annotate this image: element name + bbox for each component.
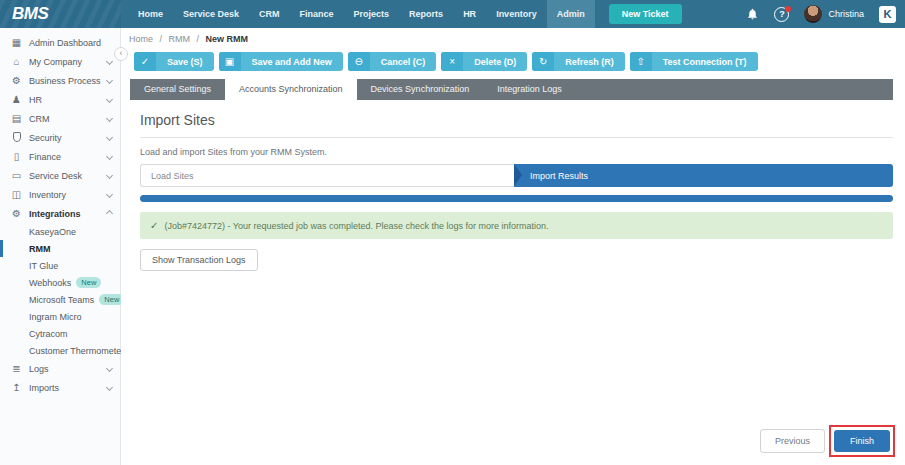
integrations-icon: ⚙ bbox=[10, 208, 23, 219]
sidebar-item-label: Integrations bbox=[29, 209, 81, 219]
sidebar-item-service-desk[interactable]: ▭ Service Desk bbox=[0, 166, 120, 185]
sidebar-item-crm[interactable]: ▤ CRM bbox=[0, 109, 120, 128]
topnav-item-projects[interactable]: Projects bbox=[344, 0, 400, 28]
breadcrumb-home[interactable]: Home bbox=[129, 34, 153, 44]
sidebar-item-imports[interactable]: ↥ Imports bbox=[0, 378, 120, 397]
kaseya-icon[interactable]: K bbox=[879, 6, 896, 23]
annotation-highlight: Finish bbox=[829, 425, 895, 457]
topnav-item-service-desk[interactable]: Service Desk bbox=[173, 0, 249, 28]
topnav-item-finance[interactable]: Finance bbox=[290, 0, 344, 28]
cancel-button[interactable]: ⊖ Cancel (C) bbox=[348, 52, 437, 71]
sidebar-item-integrations[interactable]: ⚙ Integrations bbox=[0, 204, 120, 223]
sidebar-item-inventory[interactable]: ◫ Inventory bbox=[0, 185, 120, 204]
previous-button[interactable]: Previous bbox=[760, 429, 825, 453]
breadcrumb-rmm[interactable]: RMM bbox=[169, 34, 191, 44]
test-connection-icon: ⇧ bbox=[630, 52, 652, 71]
top-navigation: Home Service Desk CRM Finance Projects R… bbox=[128, 0, 682, 28]
sidebar-item-customer-thermometer[interactable]: Customer Thermometer bbox=[0, 342, 120, 359]
sidebar-item-it-glue[interactable]: IT Glue bbox=[0, 257, 120, 274]
delete-button-label: Delete (D) bbox=[463, 57, 527, 67]
app-logo[interactable]: BMS bbox=[0, 0, 121, 28]
sidebar-item-logs[interactable]: ≣ Logs bbox=[0, 359, 120, 378]
chevron-down-icon bbox=[106, 58, 113, 65]
sidebar-item-security[interactable]: Security bbox=[0, 128, 120, 147]
job-success-alert: ✓ (Job#7424772) - Your requested job was… bbox=[140, 212, 893, 239]
new-ticket-button[interactable]: New Ticket bbox=[609, 4, 682, 24]
inventory-icon: ◫ bbox=[10, 189, 23, 200]
process-icon: ⚙ bbox=[10, 75, 23, 86]
breadcrumb-separator: / bbox=[197, 34, 200, 44]
breadcrumb-separator: / bbox=[160, 34, 163, 44]
tab-general-settings[interactable]: General Settings bbox=[130, 79, 225, 100]
cancel-button-label: Cancel (C) bbox=[370, 57, 437, 67]
hr-icon: ♟ bbox=[10, 94, 23, 105]
user-menu[interactable]: Christina bbox=[804, 5, 864, 23]
cancel-icon: ⊖ bbox=[348, 52, 370, 71]
breadcrumb-current: New RMM bbox=[206, 34, 249, 44]
app-logo-text: BMS bbox=[12, 4, 48, 24]
sidebar-item-webhooks[interactable]: Webhooks New bbox=[0, 274, 120, 291]
sidebar-item-rmm[interactable]: RMM bbox=[0, 240, 120, 257]
save-button[interactable]: ✓ Save (S) bbox=[134, 52, 214, 71]
chevron-down-icon bbox=[106, 172, 113, 179]
topnav-item-hr[interactable]: HR bbox=[453, 0, 486, 28]
test-connection-label: Test Connection (T) bbox=[652, 57, 758, 67]
help-icon[interactable]: ? bbox=[774, 7, 789, 22]
import-wizard-steps: Load Sites Import Results bbox=[140, 164, 893, 187]
sidebar-item-label: Finance bbox=[29, 152, 61, 162]
main-content: ‹ Home / RMM / New RMM ✓ Save (S) ▣ Save… bbox=[121, 28, 905, 465]
sidebar-subitem-label: Microsoft Teams bbox=[29, 295, 94, 305]
save-add-icon: ▣ bbox=[219, 52, 241, 71]
crm-icon: ▤ bbox=[10, 113, 23, 124]
chevron-up-icon bbox=[106, 210, 113, 217]
wizard-footer-buttons: Previous Finish bbox=[760, 425, 895, 457]
sidebar-item-microsoft-teams[interactable]: Microsoft Teams New bbox=[0, 291, 120, 308]
wizard-step-import-results[interactable]: Import Results bbox=[514, 164, 893, 187]
user-avatar bbox=[804, 5, 822, 23]
sidebar-item-hr[interactable]: ♟ HR bbox=[0, 90, 120, 109]
topnav-item-home[interactable]: Home bbox=[128, 0, 173, 28]
sidebar-item-cytracom[interactable]: Cytracom bbox=[0, 325, 120, 342]
topnav-item-admin[interactable]: Admin bbox=[547, 0, 595, 28]
sidebar-subitem-label: Customer Thermometer bbox=[29, 346, 124, 356]
sidebar-item-kaseyaone[interactable]: KaseyaOne bbox=[0, 223, 120, 240]
action-toolbar: ✓ Save (S) ▣ Save and Add New ⊖ Cancel (… bbox=[134, 52, 905, 71]
sidebar-item-label: Imports bbox=[29, 383, 59, 393]
tab-integration-logs[interactable]: Integration Logs bbox=[483, 79, 576, 100]
sidebar-item-admin-dashboard[interactable]: ▦ Admin Dashboard bbox=[0, 33, 120, 52]
sidebar-item-label: Business Process bbox=[29, 76, 101, 86]
chevron-down-icon bbox=[106, 191, 113, 198]
finance-icon: ▯ bbox=[10, 151, 23, 162]
wizard-step-load-sites[interactable]: Load Sites bbox=[140, 164, 514, 187]
job-success-text: (Job#7424772) - Your requested job was c… bbox=[164, 221, 548, 231]
save-and-add-new-button[interactable]: ▣ Save and Add New bbox=[219, 52, 343, 71]
page-title: Import Sites bbox=[140, 112, 893, 138]
chevron-down-icon bbox=[106, 96, 113, 103]
imports-icon: ↥ bbox=[10, 382, 23, 393]
topnav-item-inventory[interactable]: Inventory bbox=[486, 0, 547, 28]
sidebar-item-label: Security bbox=[29, 133, 62, 143]
chevron-down-icon bbox=[106, 384, 113, 391]
tab-devices-synchronization[interactable]: Devices Synchronization bbox=[357, 79, 484, 100]
test-connection-button[interactable]: ⇧ Test Connection (T) bbox=[630, 52, 758, 71]
save-check-icon: ✓ bbox=[134, 52, 156, 71]
sidebar-subitem-label: Webhooks bbox=[29, 278, 71, 288]
topnav-item-crm[interactable]: CRM bbox=[249, 0, 290, 28]
sidebar-item-finance[interactable]: ▯ Finance bbox=[0, 147, 120, 166]
show-transaction-logs-button[interactable]: Show Transaction Logs bbox=[140, 249, 258, 271]
topbar-right-cluster: ? Christina K bbox=[746, 5, 905, 23]
dashboard-icon: ▦ bbox=[10, 37, 23, 48]
finish-button[interactable]: Finish bbox=[834, 430, 890, 452]
notifications-bell-icon[interactable] bbox=[746, 7, 759, 21]
progress-bar-fill bbox=[140, 195, 893, 202]
sidebar-item-ingram-micro[interactable]: Ingram Micro bbox=[0, 308, 120, 325]
tab-accounts-synchronization[interactable]: Accounts Synchronization bbox=[225, 79, 357, 100]
delete-button[interactable]: × Delete (D) bbox=[441, 52, 527, 71]
sidebar-item-my-company[interactable]: ⌂ My Company bbox=[0, 52, 120, 71]
progress-bar bbox=[140, 195, 893, 202]
sidebar-item-business-process[interactable]: ⚙ Business Process bbox=[0, 71, 120, 90]
refresh-button[interactable]: ↻ Refresh (R) bbox=[532, 52, 625, 71]
check-icon: ✓ bbox=[150, 220, 158, 231]
topnav-item-reports[interactable]: Reports bbox=[399, 0, 453, 28]
sidebar-collapse-button[interactable]: ‹ bbox=[114, 47, 128, 61]
